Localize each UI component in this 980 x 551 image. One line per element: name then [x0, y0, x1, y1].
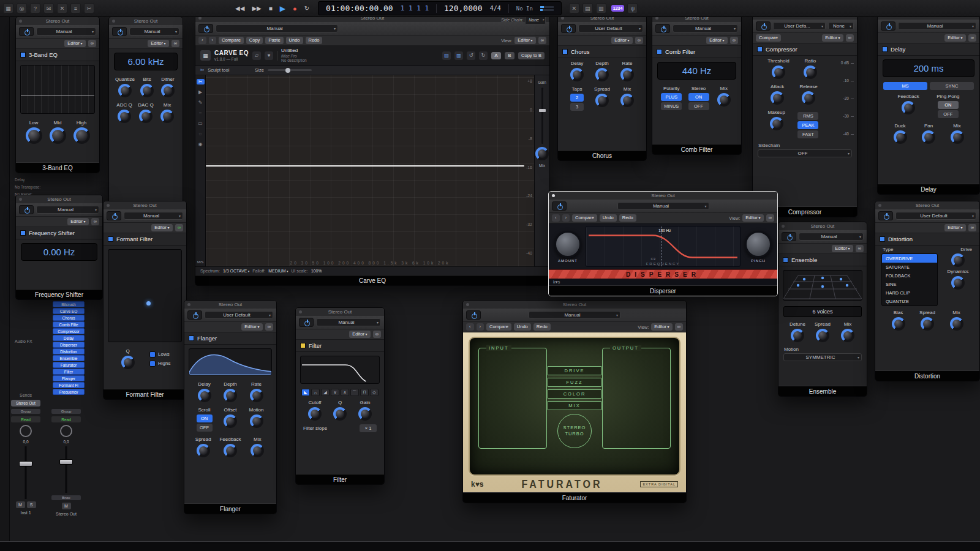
adcq-knob[interactable]	[118, 110, 131, 123]
pointer-tool-button[interactable]: ▶	[198, 89, 202, 95]
input-section[interactable]: INPUT	[478, 348, 547, 449]
preset-dropdown[interactable]: Manual	[129, 28, 179, 36]
sync-mode-button[interactable]: SYNC	[930, 82, 974, 90]
close-icon[interactable]	[112, 20, 115, 23]
ms-mode-button[interactable]: MS	[883, 82, 927, 90]
feedback-knob[interactable]	[902, 101, 915, 114]
power-button[interactable]	[112, 27, 127, 36]
taps-3-button[interactable]: 3	[570, 103, 584, 111]
rate-control[interactable]: Rate	[248, 381, 265, 402]
bypass-checkbox[interactable]	[757, 47, 763, 52]
taps-2-button[interactable]: 2	[570, 94, 584, 102]
group-slot[interactable]: Group	[51, 409, 81, 414]
mix-knob[interactable]	[160, 110, 174, 123]
type-option[interactable]: QUANTIZE	[882, 297, 937, 305]
xy-handle[interactable]	[146, 301, 151, 305]
view-dropdown[interactable]: Editor	[822, 34, 843, 42]
power-button[interactable]	[881, 21, 895, 31]
pinch-knob[interactable]	[745, 231, 772, 258]
pingpong-on-button[interactable]: ON	[938, 101, 959, 109]
save-icon[interactable]: ▤	[442, 51, 451, 60]
rewind-button[interactable]: ◀◀	[235, 5, 244, 12]
release-knob[interactable]	[802, 91, 815, 105]
eq-graph[interactable]: +8 0 -8 -16 -24 -32 -40 20 30 50 100 200…	[206, 75, 534, 266]
motion-dropdown[interactable]: SYMMETRIC	[783, 353, 862, 361]
motion-knob[interactable]	[250, 414, 263, 428]
link-icon[interactable]: ∞	[373, 331, 381, 338]
mix-knob[interactable]	[950, 317, 963, 331]
view-dropdown[interactable]: Editor	[148, 40, 168, 47]
dither-control[interactable]: Dither	[159, 77, 176, 97]
mix-control[interactable]: Mix	[619, 86, 636, 107]
prev-preset-button[interactable]: ‹	[552, 214, 560, 222]
lfo-display[interactable]	[189, 348, 272, 375]
detune-control[interactable]: Detune	[789, 321, 806, 342]
delay-knob[interactable]	[570, 68, 584, 81]
stop-button[interactable]: ■	[269, 5, 273, 12]
fx-slot[interactable]: Disperser	[53, 342, 85, 348]
folder-icon[interactable]: ▱	[252, 51, 261, 60]
copy-to-b-button[interactable]: Copy to B	[518, 52, 545, 59]
mix-control[interactable]: Mix	[159, 102, 176, 123]
view-dropdown[interactable]: Editor	[944, 34, 965, 42]
link-icon[interactable]: ∞	[175, 224, 183, 231]
copy-button[interactable]: Copy	[246, 37, 263, 44]
record-button[interactable]: ●	[293, 5, 297, 12]
preset-dropdown[interactable]: Manual	[799, 233, 864, 241]
low-control[interactable]: Low	[25, 120, 42, 144]
link-icon[interactable]: ∞	[968, 34, 976, 42]
fx-slot[interactable]: Chorus	[53, 315, 85, 321]
motion-control[interactable]: Motion	[248, 407, 265, 428]
mix-control[interactable]: Mix	[715, 86, 733, 107]
filter-slope-value[interactable]: × 1	[360, 424, 377, 432]
view-dropdown[interactable]: Editor	[944, 224, 965, 231]
fast-button[interactable]: FAST	[797, 130, 818, 138]
amount-knob[interactable]	[554, 231, 581, 258]
link-icon[interactable]: ∞	[766, 214, 774, 222]
depth-control[interactable]: Depth	[222, 381, 239, 402]
preset-dropdown[interactable]: Manual	[124, 212, 183, 220]
offset-knob[interactable]	[224, 414, 237, 428]
close-icon[interactable]: ✕	[569, 3, 579, 13]
fx-slot[interactable]: Flanger	[53, 375, 85, 381]
link-icon[interactable]: ∞	[856, 245, 864, 252]
help-icon[interactable]: ?	[30, 3, 40, 13]
close-icon[interactable]	[19, 198, 22, 201]
play-button[interactable]: ▶	[280, 4, 285, 13]
mid-control[interactable]: Mid	[49, 120, 66, 144]
bias-knob[interactable]	[892, 317, 905, 331]
pan-knob[interactable]	[922, 130, 935, 144]
spread-knob[interactable]	[595, 94, 609, 107]
automation-mode[interactable]: Read	[51, 416, 81, 422]
notch-shape-button[interactable]: ∨	[331, 389, 339, 396]
power-button[interactable]	[187, 310, 202, 320]
attack-control[interactable]: Attack	[769, 84, 786, 105]
dacq-control[interactable]: DAC Q	[137, 102, 154, 123]
stereo-turbo-button[interactable]: STEREOTURBO	[557, 414, 592, 448]
redo-button[interactable]: Redo	[619, 214, 636, 222]
inspector-line[interactable]: No Transpose:	[15, 184, 40, 191]
polarity-plus-button[interactable]: PLUS	[661, 93, 682, 101]
view-dropdown[interactable]: Editor	[64, 40, 85, 47]
link-icon[interactable]: ∞	[91, 218, 99, 225]
undo-icon[interactable]: ↺	[467, 51, 475, 60]
fx-slot[interactable]: Distortion	[53, 348, 85, 354]
grid-icon[interactable]: ▦	[3, 3, 13, 13]
bypass-checkbox[interactable]	[189, 335, 194, 341]
undo-button[interactable]: Undo	[514, 323, 531, 331]
pan-knob[interactable]	[60, 425, 72, 437]
mute-button[interactable]: M	[16, 501, 25, 508]
inspector-line[interactable]: Delay	[15, 176, 40, 184]
ab-slot-b[interactable]: B	[505, 52, 514, 59]
sidechain-source-dropdown[interactable]: OFF	[758, 149, 852, 157]
makeup-control[interactable]: Makeup	[768, 110, 785, 130]
preset-dropdown[interactable]: Manual	[316, 318, 381, 326]
mix-knob[interactable]	[841, 329, 854, 342]
spread-knob[interactable]	[816, 329, 829, 342]
link-icon[interactable]: ∞	[538, 37, 546, 44]
type-option[interactable]: SINE	[882, 280, 937, 288]
power-button[interactable]	[561, 24, 576, 33]
attack-knob[interactable]	[771, 91, 784, 105]
feedback-control[interactable]: Feedback	[898, 94, 919, 114]
spread-knob[interactable]	[921, 317, 934, 331]
